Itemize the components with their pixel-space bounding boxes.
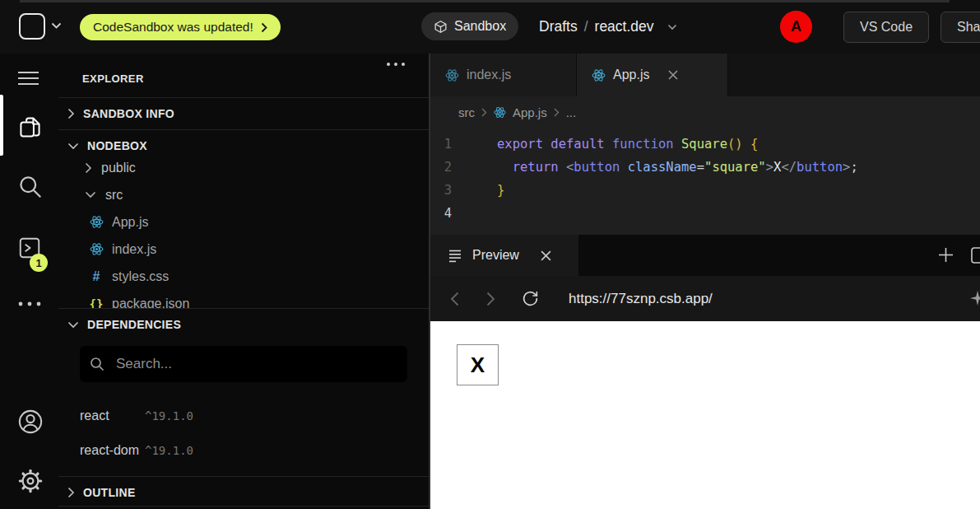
react-icon — [89, 215, 104, 229]
code-token: () — [727, 137, 743, 152]
line-number: 1 — [430, 133, 480, 156]
code-line[interactable]: 2 return <button className="square">X</b… — [430, 156, 980, 179]
breadcrumb-project[interactable]: react.dev — [595, 18, 654, 35]
preview-url-bar: https://77sznp.csb.app/ — [430, 276, 980, 321]
files-explorer-icon[interactable] — [17, 114, 43, 140]
tree-file-indexjs[interactable]: index.js — [58, 236, 429, 263]
tree-file-appjs[interactable]: App.js — [58, 208, 429, 236]
code-line[interactable]: 1export default function Square() { — [430, 133, 980, 156]
code-line[interactable]: 4 — [430, 202, 980, 225]
code-token: function — [612, 137, 674, 152]
explorer-more-icon[interactable] — [386, 62, 406, 67]
line-number: 4 — [430, 202, 480, 225]
code-token: default — [550, 137, 604, 152]
code-token: </ — [781, 160, 797, 175]
more-views-icon[interactable] — [17, 301, 42, 307]
breadcrumb-workspace[interactable]: Drafts — [539, 18, 578, 35]
line-number: 2 — [430, 156, 480, 179]
tree-file-stylescss[interactable]: # styles.css — [58, 263, 429, 290]
window-top-edge — [20, 0, 950, 2]
task-list-icon — [448, 249, 462, 263]
code-token — [559, 160, 566, 175]
preview-tab[interactable]: Preview — [430, 235, 578, 276]
code-token — [605, 137, 612, 152]
code-token: button — [797, 160, 843, 175]
account-icon[interactable] — [17, 409, 44, 435]
terminal-badge: 1 — [30, 254, 48, 272]
user-avatar[interactable]: A — [780, 11, 812, 43]
project-breadcrumb[interactable]: Drafts / react.dev — [539, 0, 677, 54]
package-name: react-dom — [80, 443, 140, 458]
menu-hamburger-icon[interactable] — [17, 70, 39, 86]
share-button[interactable]: Share — [941, 12, 980, 43]
update-notification-badge[interactable]: CodeSandbox was updated! — [80, 14, 281, 40]
code-area[interactable]: 1export default function Square() {2 ret… — [430, 128, 980, 235]
editor-tab-bar: index.js App.js — [430, 54, 980, 96]
code-token: "square" — [704, 160, 766, 175]
workspace-chevron-down-icon[interactable] — [51, 22, 62, 30]
section-outline[interactable]: OUTLINE — [58, 477, 429, 508]
section-dependencies[interactable]: DEPENDENCIES — [58, 309, 429, 340]
chevron-right-icon — [554, 108, 560, 117]
tab-appjs[interactable]: App.js — [577, 54, 728, 96]
react-icon — [592, 68, 606, 82]
code-text: return <button className="square">X</but… — [497, 156, 858, 179]
code-token — [543, 137, 550, 152]
back-icon[interactable] — [450, 292, 459, 306]
terminal-badge-count: 1 — [35, 257, 41, 269]
avatar-letter: A — [791, 18, 801, 35]
code-token — [497, 160, 513, 175]
tab-indexjs[interactable]: index.js — [430, 54, 577, 96]
package-row[interactable]: react-dom ^19.1.0 — [80, 438, 409, 463]
chevron-down-icon — [67, 142, 79, 150]
file-name: index.js — [112, 242, 156, 257]
code-text: export default function Square() { — [497, 133, 758, 156]
code-token: = — [697, 160, 704, 175]
section-label: SANDBOX INFO — [83, 107, 174, 120]
codesandbox-app: CodeSandbox was updated! Sandbox Drafts … — [0, 0, 980, 509]
dependency-search-input[interactable] — [80, 346, 407, 382]
code-token — [674, 137, 681, 152]
main-pane: index.js App.js src App.js — [429, 54, 980, 509]
tree-folder-public[interactable]: public — [58, 154, 429, 181]
preview-tab-bar: Preview — [430, 235, 980, 276]
settings-gear-icon[interactable] — [17, 468, 44, 494]
tree-folder-src[interactable]: src — [58, 181, 429, 208]
open-vscode-button[interactable]: VS Code — [843, 12, 929, 43]
section-sandbox-info[interactable]: SANDBOX INFO — [58, 98, 429, 129]
react-icon — [445, 68, 459, 82]
sparkle-icon[interactable] — [969, 290, 980, 306]
active-view-indicator — [0, 95, 3, 156]
react-icon — [494, 106, 506, 119]
tab-label: index.js — [467, 68, 511, 82]
package-row[interactable]: react ^19.1.0 — [80, 404, 409, 428]
workspace-logo[interactable] — [19, 13, 45, 40]
search-view-icon[interactable] — [17, 174, 43, 199]
editor-breadcrumb: src App.js ... — [430, 96, 980, 128]
code-token — [620, 160, 627, 175]
project-chevron-down-icon[interactable] — [667, 24, 677, 30]
preview-square-button[interactable]: X — [457, 344, 499, 385]
file-name: styles.css — [112, 269, 169, 284]
file-name: App.js — [112, 215, 148, 230]
breadcrumb-file[interactable]: App.js — [513, 105, 547, 119]
breadcrumb-folder[interactable]: src — [458, 105, 475, 119]
code-token: { — [750, 137, 758, 152]
folder-name: src — [105, 188, 123, 203]
breadcrumb-more[interactable]: ... — [566, 105, 577, 119]
layout-icon[interactable] — [971, 247, 980, 264]
refresh-icon[interactable] — [522, 290, 539, 307]
code-token: > — [766, 160, 773, 175]
close-preview-icon[interactable] — [541, 250, 551, 261]
package-version: ^19.1.0 — [145, 444, 193, 457]
forward-icon[interactable] — [486, 292, 495, 306]
close-tab-icon[interactable] — [668, 70, 678, 80]
add-panel-icon[interactable] — [938, 247, 954, 263]
preview-url[interactable]: https://77sznp.csb.app/ — [569, 291, 713, 307]
tree-file-packagejson[interactable]: {} package.json — [58, 290, 429, 308]
preview-tab-label: Preview — [472, 248, 519, 263]
json-icon: {} — [89, 297, 104, 309]
sandbox-type-pill[interactable]: Sandbox — [421, 12, 518, 40]
chevron-right-icon — [481, 108, 487, 117]
code-line[interactable]: 3} — [430, 179, 980, 202]
